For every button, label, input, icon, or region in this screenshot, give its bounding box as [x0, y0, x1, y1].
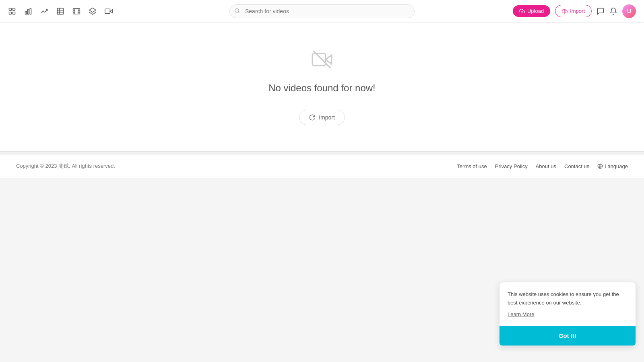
svg-rect-11: [73, 8, 80, 14]
svg-rect-6: [30, 8, 31, 14]
section-divider: [0, 151, 644, 154]
search-icon: [234, 8, 240, 14]
upload-button[interactable]: Upload: [513, 5, 550, 17]
svg-marker-25: [326, 55, 332, 64]
header-right: Upload Import U: [513, 4, 636, 18]
svg-rect-0: [9, 8, 12, 10]
contact-link[interactable]: Contact us: [564, 163, 589, 169]
video-camera-icon[interactable]: [105, 7, 113, 15]
footer: Copyright © 2023 测试. All rights reserved…: [0, 154, 644, 178]
avatar[interactable]: U: [622, 4, 636, 18]
stack-icon[interactable]: [89, 7, 97, 15]
import-button-main[interactable]: Import: [299, 110, 345, 125]
svg-rect-26: [312, 53, 326, 65]
search-input[interactable]: [229, 4, 415, 18]
svg-rect-7: [58, 8, 64, 14]
svg-rect-5: [27, 9, 29, 14]
header: Upload Import U: [0, 0, 644, 23]
svg-point-21: [235, 8, 239, 12]
terms-link[interactable]: Terms of use: [457, 163, 487, 169]
svg-rect-4: [25, 11, 27, 14]
language-button[interactable]: Language: [597, 163, 628, 169]
svg-marker-19: [110, 9, 112, 12]
import-main-label: Import: [319, 114, 335, 121]
cookie-accept-button[interactable]: Got It!: [500, 326, 636, 346]
messages-button[interactable]: [597, 7, 605, 15]
import-header-label: Import: [570, 8, 585, 14]
header-nav: [8, 7, 113, 15]
cookie-banner: This website uses cookies to ensure you …: [499, 282, 636, 346]
import-button-header[interactable]: Import: [555, 5, 592, 17]
svg-rect-2: [9, 12, 12, 14]
notifications-button[interactable]: [609, 7, 617, 15]
search-bar: [229, 4, 415, 18]
svg-line-22: [238, 12, 239, 13]
footer-links: Terms of use Privacy Policy About us Con…: [457, 163, 628, 169]
cookie-learn-more-link[interactable]: Learn More: [508, 311, 534, 317]
cookie-message: This website uses cookies to ensure you …: [508, 290, 627, 307]
table-icon[interactable]: [56, 7, 64, 15]
chart-bar-icon[interactable]: [24, 7, 32, 15]
svg-rect-20: [105, 9, 110, 14]
film-icon[interactable]: [72, 7, 80, 15]
empty-video-icon: [312, 49, 332, 74]
upload-label: Upload: [527, 8, 544, 14]
about-link[interactable]: About us: [536, 163, 556, 169]
svg-rect-3: [13, 12, 15, 14]
privacy-link[interactable]: Privacy Policy: [495, 163, 528, 169]
main-content: No videos found for now! Import: [0, 23, 644, 151]
copyright: Copyright © 2023 测试. All rights reserved…: [16, 162, 115, 170]
trend-icon[interactable]: [40, 7, 48, 15]
svg-marker-18: [89, 8, 96, 12]
document-icon[interactable]: [8, 7, 16, 15]
language-label: Language: [605, 163, 628, 169]
svg-rect-1: [13, 8, 15, 10]
cookie-content: This website uses cookies to ensure you …: [500, 282, 636, 326]
empty-title: No videos found for now!: [268, 82, 376, 94]
